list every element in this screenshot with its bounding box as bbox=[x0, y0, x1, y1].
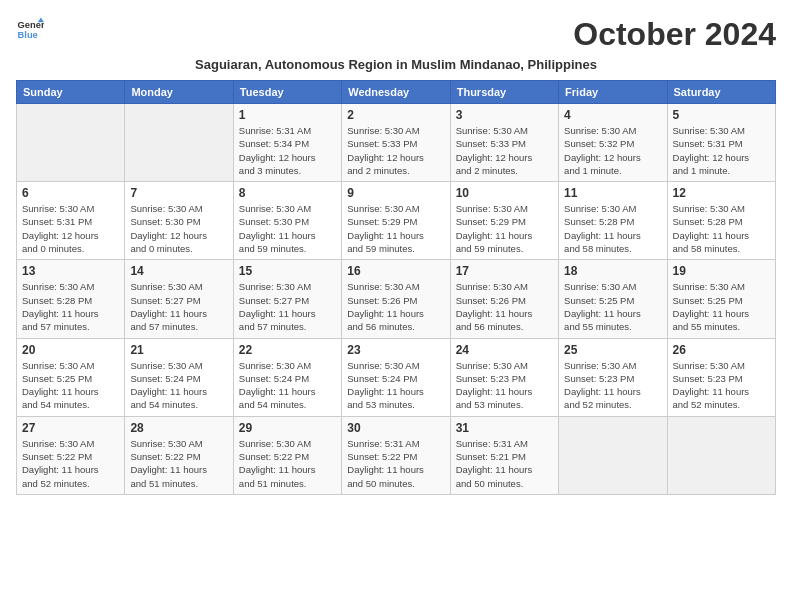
day-info: Sunrise: 5:31 AMSunset: 5:34 PMDaylight:… bbox=[239, 124, 336, 177]
calendar-cell: 7Sunrise: 5:30 AMSunset: 5:30 PMDaylight… bbox=[125, 182, 233, 260]
logo: General Blue bbox=[16, 16, 44, 44]
day-info: Sunrise: 5:30 AMSunset: 5:24 PMDaylight:… bbox=[130, 359, 227, 412]
day-number: 22 bbox=[239, 343, 336, 357]
calendar-week-3: 13Sunrise: 5:30 AMSunset: 5:28 PMDayligh… bbox=[17, 260, 776, 338]
day-info: Sunrise: 5:30 AMSunset: 5:22 PMDaylight:… bbox=[130, 437, 227, 490]
day-info: Sunrise: 5:31 AMSunset: 5:22 PMDaylight:… bbox=[347, 437, 444, 490]
calendar-cell bbox=[559, 416, 667, 494]
day-info: Sunrise: 5:30 AMSunset: 5:25 PMDaylight:… bbox=[673, 280, 770, 333]
day-info: Sunrise: 5:30 AMSunset: 5:31 PMDaylight:… bbox=[22, 202, 119, 255]
day-info: Sunrise: 5:30 AMSunset: 5:28 PMDaylight:… bbox=[22, 280, 119, 333]
day-number: 27 bbox=[22, 421, 119, 435]
day-number: 7 bbox=[130, 186, 227, 200]
calendar-week-4: 20Sunrise: 5:30 AMSunset: 5:25 PMDayligh… bbox=[17, 338, 776, 416]
day-header-monday: Monday bbox=[125, 81, 233, 104]
day-header-wednesday: Wednesday bbox=[342, 81, 450, 104]
day-number: 25 bbox=[564, 343, 661, 357]
calendar-cell bbox=[667, 416, 775, 494]
calendar-cell: 6Sunrise: 5:30 AMSunset: 5:31 PMDaylight… bbox=[17, 182, 125, 260]
day-number: 30 bbox=[347, 421, 444, 435]
calendar-cell: 1Sunrise: 5:31 AMSunset: 5:34 PMDaylight… bbox=[233, 104, 341, 182]
day-info: Sunrise: 5:30 AMSunset: 5:28 PMDaylight:… bbox=[564, 202, 661, 255]
day-info: Sunrise: 5:30 AMSunset: 5:26 PMDaylight:… bbox=[347, 280, 444, 333]
day-info: Sunrise: 5:30 AMSunset: 5:33 PMDaylight:… bbox=[347, 124, 444, 177]
calendar-cell: 17Sunrise: 5:30 AMSunset: 5:26 PMDayligh… bbox=[450, 260, 558, 338]
calendar-header-row: SundayMondayTuesdayWednesdayThursdayFrid… bbox=[17, 81, 776, 104]
calendar-week-2: 6Sunrise: 5:30 AMSunset: 5:31 PMDaylight… bbox=[17, 182, 776, 260]
header: General Blue October 2024 bbox=[16, 16, 776, 53]
svg-text:Blue: Blue bbox=[18, 30, 38, 40]
day-number: 15 bbox=[239, 264, 336, 278]
calendar-cell: 30Sunrise: 5:31 AMSunset: 5:22 PMDayligh… bbox=[342, 416, 450, 494]
day-info: Sunrise: 5:30 AMSunset: 5:31 PMDaylight:… bbox=[673, 124, 770, 177]
day-number: 11 bbox=[564, 186, 661, 200]
day-info: Sunrise: 5:30 AMSunset: 5:29 PMDaylight:… bbox=[347, 202, 444, 255]
day-number: 16 bbox=[347, 264, 444, 278]
day-number: 6 bbox=[22, 186, 119, 200]
calendar-cell: 2Sunrise: 5:30 AMSunset: 5:33 PMDaylight… bbox=[342, 104, 450, 182]
calendar-week-1: 1Sunrise: 5:31 AMSunset: 5:34 PMDaylight… bbox=[17, 104, 776, 182]
calendar-cell: 25Sunrise: 5:30 AMSunset: 5:23 PMDayligh… bbox=[559, 338, 667, 416]
day-info: Sunrise: 5:30 AMSunset: 5:22 PMDaylight:… bbox=[22, 437, 119, 490]
calendar-cell: 5Sunrise: 5:30 AMSunset: 5:31 PMDaylight… bbox=[667, 104, 775, 182]
day-header-thursday: Thursday bbox=[450, 81, 558, 104]
calendar-cell: 20Sunrise: 5:30 AMSunset: 5:25 PMDayligh… bbox=[17, 338, 125, 416]
day-info: Sunrise: 5:30 AMSunset: 5:22 PMDaylight:… bbox=[239, 437, 336, 490]
day-number: 31 bbox=[456, 421, 553, 435]
day-number: 14 bbox=[130, 264, 227, 278]
calendar-table: SundayMondayTuesdayWednesdayThursdayFrid… bbox=[16, 80, 776, 495]
calendar-cell: 19Sunrise: 5:30 AMSunset: 5:25 PMDayligh… bbox=[667, 260, 775, 338]
calendar-cell: 13Sunrise: 5:30 AMSunset: 5:28 PMDayligh… bbox=[17, 260, 125, 338]
calendar-cell: 3Sunrise: 5:30 AMSunset: 5:33 PMDaylight… bbox=[450, 104, 558, 182]
day-header-saturday: Saturday bbox=[667, 81, 775, 104]
day-info: Sunrise: 5:30 AMSunset: 5:25 PMDaylight:… bbox=[22, 359, 119, 412]
day-number: 10 bbox=[456, 186, 553, 200]
day-number: 24 bbox=[456, 343, 553, 357]
day-info: Sunrise: 5:30 AMSunset: 5:23 PMDaylight:… bbox=[673, 359, 770, 412]
day-number: 1 bbox=[239, 108, 336, 122]
day-info: Sunrise: 5:30 AMSunset: 5:23 PMDaylight:… bbox=[564, 359, 661, 412]
calendar-cell: 12Sunrise: 5:30 AMSunset: 5:28 PMDayligh… bbox=[667, 182, 775, 260]
day-info: Sunrise: 5:30 AMSunset: 5:29 PMDaylight:… bbox=[456, 202, 553, 255]
day-number: 13 bbox=[22, 264, 119, 278]
day-info: Sunrise: 5:30 AMSunset: 5:23 PMDaylight:… bbox=[456, 359, 553, 412]
day-number: 3 bbox=[456, 108, 553, 122]
day-info: Sunrise: 5:30 AMSunset: 5:33 PMDaylight:… bbox=[456, 124, 553, 177]
calendar-cell: 8Sunrise: 5:30 AMSunset: 5:30 PMDaylight… bbox=[233, 182, 341, 260]
day-number: 26 bbox=[673, 343, 770, 357]
day-number: 4 bbox=[564, 108, 661, 122]
day-number: 8 bbox=[239, 186, 336, 200]
calendar-cell: 11Sunrise: 5:30 AMSunset: 5:28 PMDayligh… bbox=[559, 182, 667, 260]
day-info: Sunrise: 5:30 AMSunset: 5:27 PMDaylight:… bbox=[130, 280, 227, 333]
day-number: 29 bbox=[239, 421, 336, 435]
calendar-cell: 31Sunrise: 5:31 AMSunset: 5:21 PMDayligh… bbox=[450, 416, 558, 494]
day-number: 28 bbox=[130, 421, 227, 435]
calendar-week-5: 27Sunrise: 5:30 AMSunset: 5:22 PMDayligh… bbox=[17, 416, 776, 494]
day-info: Sunrise: 5:30 AMSunset: 5:25 PMDaylight:… bbox=[564, 280, 661, 333]
day-number: 9 bbox=[347, 186, 444, 200]
calendar-cell: 29Sunrise: 5:30 AMSunset: 5:22 PMDayligh… bbox=[233, 416, 341, 494]
calendar-cell: 4Sunrise: 5:30 AMSunset: 5:32 PMDaylight… bbox=[559, 104, 667, 182]
calendar-cell bbox=[125, 104, 233, 182]
calendar-cell: 22Sunrise: 5:30 AMSunset: 5:24 PMDayligh… bbox=[233, 338, 341, 416]
day-number: 5 bbox=[673, 108, 770, 122]
day-info: Sunrise: 5:30 AMSunset: 5:24 PMDaylight:… bbox=[239, 359, 336, 412]
calendar-cell: 10Sunrise: 5:30 AMSunset: 5:29 PMDayligh… bbox=[450, 182, 558, 260]
day-number: 12 bbox=[673, 186, 770, 200]
day-info: Sunrise: 5:30 AMSunset: 5:26 PMDaylight:… bbox=[456, 280, 553, 333]
calendar-body: 1Sunrise: 5:31 AMSunset: 5:34 PMDaylight… bbox=[17, 104, 776, 495]
day-header-sunday: Sunday bbox=[17, 81, 125, 104]
day-header-tuesday: Tuesday bbox=[233, 81, 341, 104]
day-number: 18 bbox=[564, 264, 661, 278]
calendar-cell: 9Sunrise: 5:30 AMSunset: 5:29 PMDaylight… bbox=[342, 182, 450, 260]
calendar-cell: 23Sunrise: 5:30 AMSunset: 5:24 PMDayligh… bbox=[342, 338, 450, 416]
day-number: 19 bbox=[673, 264, 770, 278]
day-info: Sunrise: 5:30 AMSunset: 5:28 PMDaylight:… bbox=[673, 202, 770, 255]
logo-icon: General Blue bbox=[16, 16, 44, 44]
calendar-cell: 28Sunrise: 5:30 AMSunset: 5:22 PMDayligh… bbox=[125, 416, 233, 494]
calendar-cell: 24Sunrise: 5:30 AMSunset: 5:23 PMDayligh… bbox=[450, 338, 558, 416]
day-info: Sunrise: 5:30 AMSunset: 5:30 PMDaylight:… bbox=[130, 202, 227, 255]
day-info: Sunrise: 5:30 AMSunset: 5:32 PMDaylight:… bbox=[564, 124, 661, 177]
day-info: Sunrise: 5:31 AMSunset: 5:21 PMDaylight:… bbox=[456, 437, 553, 490]
calendar-cell: 26Sunrise: 5:30 AMSunset: 5:23 PMDayligh… bbox=[667, 338, 775, 416]
